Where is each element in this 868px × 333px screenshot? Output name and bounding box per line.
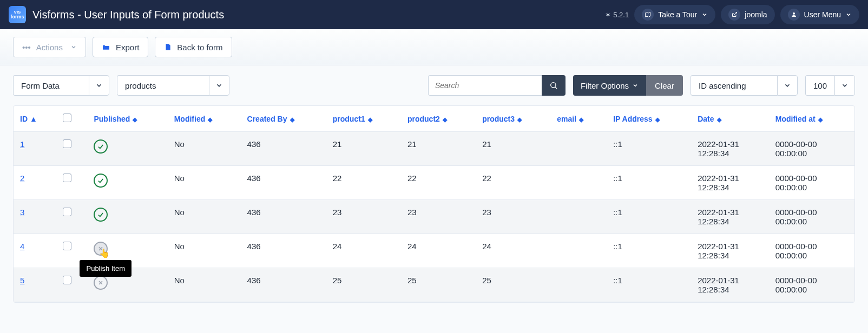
chevron-down-icon[interactable]: [834, 75, 855, 96]
row-checkbox[interactable]: [63, 242, 71, 250]
cell-modified-at: 0000-00-0000:00:00: [769, 166, 854, 200]
sort-icon: ◆: [817, 116, 823, 123]
published-icon[interactable]: [94, 174, 108, 188]
table-row: 2 No 436 22 22 22 ::1 2022-01-3112:28:34…: [14, 166, 854, 200]
sort-icon: ◆: [366, 116, 372, 123]
take-tour-button[interactable]: Take a Tour: [634, 5, 715, 24]
unpublished-icon[interactable]: 👆Publish Item: [94, 242, 108, 256]
sort-icon: ◆: [654, 116, 660, 123]
col-created-by[interactable]: Created By ◆: [241, 106, 326, 132]
unpublished-icon[interactable]: [94, 276, 108, 290]
actions-button[interactable]: ••• Actions: [13, 37, 86, 57]
cell-product1: 23: [326, 200, 401, 234]
cell-ip: ::1: [607, 166, 691, 200]
chevron-down-icon: [701, 11, 708, 18]
site-link-button[interactable]: joomla: [721, 5, 774, 24]
col-published[interactable]: Published ◆: [87, 106, 167, 132]
file-icon: [164, 43, 172, 51]
export-button[interactable]: Export: [93, 37, 148, 57]
row-id-link[interactable]: 2: [20, 174, 24, 183]
cell-product2: 24: [401, 234, 476, 268]
sort-icon: ◆: [288, 116, 294, 123]
clear-button[interactable]: Clear: [646, 75, 683, 96]
row-checkbox[interactable]: [63, 276, 71, 284]
col-modified-at[interactable]: Modified at ◆: [769, 106, 854, 132]
table-row: 3 No 436 23 23 23 ::1 2022-01-3112:28:34…: [14, 200, 854, 234]
filter-bar: Form Data products Filter Options Clear …: [0, 65, 868, 105]
sort-icon: ◆: [206, 116, 212, 123]
cell-created-by: 436: [241, 166, 326, 200]
published-icon[interactable]: [94, 208, 108, 222]
cell-email: [550, 200, 607, 234]
sort-icon: ◆: [577, 116, 583, 123]
sort-icon: ◆: [131, 116, 137, 123]
row-checkbox[interactable]: [63, 139, 71, 148]
cell-product3: 25: [476, 268, 550, 302]
search-button[interactable]: [542, 75, 565, 96]
select-all-checkbox[interactable]: [63, 114, 71, 122]
cell-modified: No: [168, 268, 241, 302]
chevron-down-icon[interactable]: [209, 75, 229, 96]
sort-select-label: ID ascending: [691, 75, 777, 96]
cell-product3: 21: [476, 132, 550, 166]
cell-ip: ::1: [607, 234, 691, 268]
sort-select[interactable]: ID ascending: [691, 75, 798, 96]
col-product3[interactable]: product3 ◆: [476, 106, 550, 132]
cell-date: 2022-01-3112:28:34: [691, 132, 769, 166]
cell-ip: ::1: [607, 132, 691, 166]
cell-product2: 25: [401, 268, 476, 302]
external-link-icon: [728, 9, 740, 21]
row-checkbox[interactable]: [63, 208, 71, 216]
row-id-link[interactable]: 3: [20, 208, 24, 217]
topbar: vis forms Visforms - User Inputs of Form…: [0, 0, 868, 29]
chevron-down-icon[interactable]: [89, 75, 109, 96]
view-select[interactable]: Form Data: [13, 75, 109, 96]
cell-product1: 22: [326, 166, 401, 200]
chevron-down-icon: [845, 11, 852, 18]
published-icon[interactable]: [94, 139, 108, 154]
sort-icon: ◆: [715, 116, 721, 123]
search-input[interactable]: [428, 75, 542, 96]
sort-icon: ◆: [516, 116, 522, 123]
cell-product1: 24: [326, 234, 401, 268]
cell-product2: 23: [401, 200, 476, 234]
col-ip[interactable]: IP Address ◆: [607, 106, 691, 132]
col-modified[interactable]: Modified ◆: [168, 106, 241, 132]
svg-line-2: [555, 87, 557, 89]
col-product2[interactable]: product2 ◆: [401, 106, 476, 132]
user-menu-button[interactable]: User Menu: [780, 5, 859, 24]
page-title: Visforms - User Inputs of Form products: [32, 9, 224, 21]
cell-modified: No: [168, 200, 241, 234]
col-checkbox: [56, 106, 87, 132]
svg-point-0: [793, 12, 795, 15]
cell-modified: No: [168, 132, 241, 166]
row-id-link[interactable]: 4: [20, 242, 24, 251]
limit-select[interactable]: 100: [805, 75, 855, 96]
row-id-link[interactable]: 5: [20, 276, 24, 285]
back-to-form-button[interactable]: Back to form: [155, 37, 232, 57]
view-select-label: Form Data: [13, 75, 89, 96]
row-checkbox[interactable]: [63, 174, 71, 182]
cell-date: 2022-01-3112:28:34: [691, 200, 769, 234]
col-id[interactable]: ID ▲: [14, 106, 56, 132]
col-product1[interactable]: product1 ◆: [326, 106, 401, 132]
cell-product3: 22: [476, 166, 550, 200]
col-date[interactable]: Date ◆: [691, 106, 769, 132]
form-select[interactable]: products: [117, 75, 229, 96]
col-email[interactable]: email ◆: [550, 106, 607, 132]
search-group: [428, 75, 565, 96]
toolbar: ••• Actions Export Back to form: [0, 29, 868, 65]
cell-created-by: 436: [241, 200, 326, 234]
user-icon: [788, 9, 800, 21]
chevron-down-icon[interactable]: [777, 75, 798, 96]
row-id-link[interactable]: 1: [20, 139, 24, 149]
filter-options-button[interactable]: Filter Options: [573, 75, 646, 96]
svg-point-1: [551, 83, 556, 88]
cell-email: [550, 268, 607, 302]
cell-modified: No: [168, 166, 241, 200]
data-table: ID ▲ Published ◆ Modified ◆ Created By ◆…: [13, 105, 855, 303]
cell-product1: 25: [326, 268, 401, 302]
table-row: 4 👆Publish Item No 436 24 24 24 ::1 2022…: [14, 234, 854, 268]
cell-modified-at: 0000-00-0000:00:00: [769, 234, 854, 268]
limit-select-label: 100: [805, 75, 834, 96]
